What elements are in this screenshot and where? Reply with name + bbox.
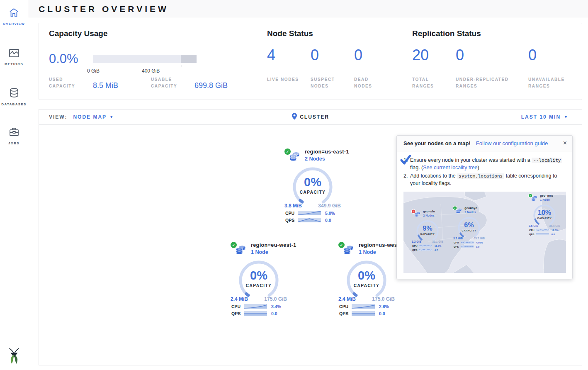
status-ok-icon: ✓ [453, 206, 457, 209]
view-mode-dropdown[interactable]: NODE MAP ▼ [73, 114, 114, 120]
qps-sparkline [298, 217, 321, 223]
sidebar-item-jobs[interactable]: JOBS [0, 125, 28, 149]
sidebar-item-label: JOBS [8, 141, 19, 145]
qps-sparkline [419, 248, 432, 251]
node-group-eu-west-1: ✓ region=eu-west-1 1 Node [228, 242, 290, 316]
sidebar-item-metrics[interactable]: METRICS [0, 46, 28, 70]
capacity-word: CAPACITY [420, 233, 435, 235]
main-area: CLUSTER OVERVIEW Capacity Usage 0.0% 0 G… [28, 0, 588, 370]
used-capacity-label: USED CAPACITY [49, 76, 86, 90]
cpu-sparkline [419, 244, 432, 247]
sidebar-item-databases[interactable]: DATABASES [0, 86, 28, 110]
gauge-tick [182, 65, 182, 67]
suspect-nodes-label: SUSPECT NODES [311, 76, 344, 90]
step-text: Ensure every node in your cluster was st… [410, 156, 566, 171]
sidebar: OVERVIEW METRICS DATABASES [0, 0, 28, 370]
page-title: CLUSTER OVERVIEW [39, 4, 169, 14]
nodes-stack-icon: ✓ [531, 195, 538, 202]
capacity-percent: 0% [250, 270, 267, 282]
mini-node-group-ams: ✓ geo=ams 1 Node [527, 194, 566, 268]
usable-capacity-label: USABLE CAPACITY [151, 76, 188, 90]
region-label: region=us-east-1 [305, 149, 349, 155]
status-ok-icon: ✓ [529, 194, 532, 197]
capacity-percent: 0% [304, 176, 321, 188]
qps-sparkline [461, 245, 474, 248]
sidebar-item-overview[interactable]: OVERVIEW [0, 6, 28, 30]
code-chip: --locality [532, 158, 562, 163]
step-done-check-icon [400, 155, 411, 167]
node-map-setup-popup: See your nodes on a map! Follow our conf… [396, 135, 573, 279]
node-status-title: Node Status [267, 29, 313, 38]
qps-value: 0.0 [271, 311, 277, 316]
under-replicated-value: 0 [456, 46, 464, 64]
nodes-count-link: 1 Node [540, 198, 549, 201]
qps-label: QPS [231, 311, 244, 316]
cpu-sparkline [298, 210, 321, 216]
gauge-tick [123, 65, 123, 67]
nodes-count-link[interactable]: 2 Nodes [305, 156, 325, 162]
sidebar-item-label: OVERVIEW [3, 22, 25, 26]
dead-nodes-value: 0 [354, 46, 362, 64]
content: Capacity Usage 0.0% 0 GiB 400 GiB USED C… [28, 18, 588, 365]
cpu-value: 11.0% [435, 244, 441, 247]
qps-sparkline [352, 311, 375, 316]
used-capacity-value: 8.5 MiB [93, 81, 118, 90]
chevron-down-icon: ▼ [109, 115, 114, 119]
nodes-stack-icon: ! [414, 211, 421, 218]
cockroachdb-logo-icon [6, 348, 22, 367]
cpu-value: 12.3% [552, 229, 559, 231]
configuration-guide-link[interactable]: Follow our configuration guide [476, 140, 548, 146]
locality-tree-link[interactable]: See current locality tree [423, 165, 477, 170]
node-group-header: ✓ region=eu-west-1 1 Node [234, 242, 290, 256]
close-icon[interactable]: × [563, 139, 567, 147]
region-label: geo=nyc [464, 207, 477, 210]
qps-label: QPS [339, 311, 352, 316]
cpu-label: CPU [231, 304, 244, 309]
nodes-stack-icon: ✓ [342, 244, 355, 256]
capacity-arc-gauge: 6% CAPACITY [457, 216, 481, 236]
replication-status-title: Replication Status [412, 29, 481, 38]
capacity-percent: 10% [538, 209, 552, 216]
under-replicated-label: UNDER-REPLICATED RANGES [456, 76, 526, 90]
qps-value: 4.7 [435, 248, 438, 251]
cpu-value: 5.0% [325, 211, 335, 216]
capacity-arc-gauge: 0% CAPACITY [345, 259, 388, 295]
qps-value: 0.0 [379, 311, 385, 316]
capacity-word: CAPACITY [300, 190, 326, 195]
cpu-value: 3.4% [271, 304, 281, 309]
breadcrumb-cluster: CLUSTER [300, 114, 329, 120]
setup-step-2: 2. Add locations to the system.locations… [403, 172, 566, 187]
unavailable-ranges-label: UNAVAILABLE RANGES [528, 76, 578, 90]
view-mode-value: NODE MAP [73, 114, 107, 120]
mini-node-group-nyc: ✓ geo=nyc 2 Nodes [452, 207, 514, 273]
cpu-label: CPU [529, 229, 536, 231]
breadcrumb: CLUSTER [39, 113, 582, 122]
cpu-sparkline [461, 241, 474, 243]
cpu-label: CPU [339, 304, 352, 309]
qps-label: QPS [454, 245, 461, 248]
capacity-gauge [93, 55, 197, 63]
metrics-chart-icon [9, 48, 19, 60]
page-header: CLUSTER OVERVIEW [28, 0, 588, 18]
unavailable-ranges-value: 0 [528, 46, 537, 64]
cpu-value: 42.6% [476, 241, 483, 244]
region-label: geo=sfo [423, 210, 435, 213]
status-ok-icon: ✓ [338, 242, 345, 248]
nodes-stack-icon: ✓ [288, 151, 301, 163]
home-icon [8, 7, 19, 19]
nodes-count-link[interactable]: 1 Node [359, 249, 376, 255]
capacity-percent: 9% [423, 225, 432, 231]
status-ok-icon: ✓ [231, 242, 237, 248]
app-root: OVERVIEW METRICS DATABASES [0, 0, 588, 370]
node-group-us-west-1: ✓ region=us-west-1 1 Node [335, 242, 398, 316]
time-range-dropdown[interactable]: LAST 10 MIN ▼ [521, 114, 569, 120]
gauge-tick [152, 65, 152, 67]
capacity-arc-gauge: 0% CAPACITY [291, 166, 334, 202]
nodes-count-link[interactable]: 1 Node [251, 249, 268, 255]
briefcase-icon [9, 127, 19, 139]
gauge-tick [94, 65, 94, 67]
cpu-value: 2.8% [379, 304, 389, 309]
sidebar-item-label: METRICS [5, 62, 23, 66]
nodes-stack-icon: ✓ [234, 244, 247, 256]
capacity-arc-gauge: 10% CAPACITY [532, 203, 556, 224]
